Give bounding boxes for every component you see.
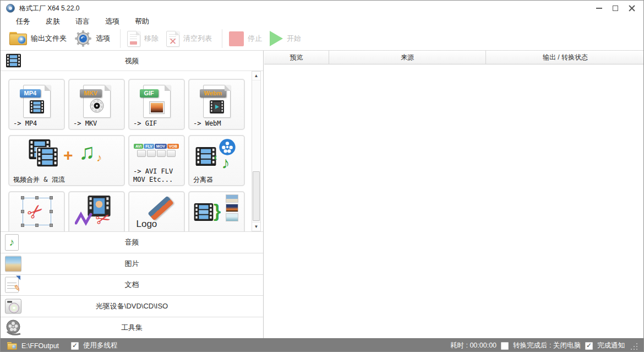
start-icon (270, 31, 283, 46)
output-path[interactable]: E:\FFOutput (21, 342, 59, 350)
mini-file-icon (147, 150, 156, 157)
window-title: 格式工厂 X64 5.22.0 (19, 4, 79, 13)
options-button[interactable]: 选项 (74, 30, 110, 47)
scroll-down-button[interactable]: ▼ (252, 222, 260, 231)
scroll-up-button[interactable]: ▲ (252, 72, 260, 80)
tile-logo-eraser[interactable]: Logo (128, 191, 185, 231)
category-list: ♪ 音频 图片 ✎ 文档 光驱设备\DVD\CD (1, 231, 263, 338)
scrollbar-thumb[interactable] (253, 171, 260, 221)
tile-label: -> WebM (193, 120, 221, 128)
split-arrow-icon: ‹ (214, 151, 217, 163)
output-folder-icon (9, 32, 27, 45)
tile-to-mp4[interactable]: MP4 -> MP4 (8, 79, 65, 130)
stop-button[interactable]: 停止 (229, 31, 262, 46)
photo-thumb-icon (226, 213, 238, 221)
music-note-icon: ♪ (222, 154, 230, 172)
task-list-panel: 预览 来源 输出 / 转换状态 (264, 51, 644, 338)
webm-tag: Webm (200, 89, 227, 98)
tile-video-merge-mux[interactable]: + ♫ ♪ 视频合并 & 混流 (8, 135, 125, 186)
music-note-icon: ♫ (79, 139, 95, 164)
elapsed-time: 耗时 : 00:00:00 (450, 341, 496, 350)
category-toolset[interactable]: 工具集 (1, 317, 263, 338)
menu-skin[interactable]: 皮肤 (40, 15, 66, 28)
app-logo-icon (6, 4, 15, 13)
tile-splitter[interactable]: ♪ ‹ 分离器 (188, 135, 245, 186)
start-button[interactable]: 开始 (270, 31, 301, 46)
close-button[interactable] (624, 2, 640, 14)
tile-video-to-picture[interactable]: { (188, 191, 245, 231)
title-bar: 格式工厂 X64 5.22.0 (1, 1, 643, 15)
tile-to-webm[interactable]: Webm -> WebM (188, 79, 245, 130)
column-output-status: 输出 / 转换状态 (486, 51, 644, 64)
tile-label: -> AVI FLV MOV Etc... (133, 167, 173, 184)
output-folder-button[interactable]: 输出文件夹 (9, 32, 67, 45)
format-factory-window: 格式工厂 X64 5.22.0 任务 皮肤 语言 选项 帮助 输出文件夹 (0, 0, 644, 352)
status-bar: E:\FFOutput 使用多线程 耗时 : 00:00:00 转换完成后 : … (1, 338, 643, 352)
video-to-picture-icon: { (189, 194, 244, 231)
category-audio[interactable]: ♪ 音频 (1, 231, 263, 253)
menu-task[interactable]: 任务 (10, 15, 36, 28)
merge-mux-icon: + ♫ ♪ (9, 139, 124, 172)
scissors-icon: ✂ (22, 198, 48, 225)
category-document[interactable]: ✎ 文档 (1, 274, 263, 296)
mov-tag: MOV (155, 144, 167, 149)
format-panel: 视频 MP4 -> MP4 (1, 51, 264, 338)
photo-thumb-icon (226, 204, 238, 212)
close-icon (629, 5, 635, 12)
gear-icon (74, 30, 92, 47)
column-source: 来源 (329, 51, 486, 64)
arrow-up-icon: ▲ (254, 73, 259, 78)
maximize-button[interactable] (607, 2, 624, 14)
menu-help[interactable]: 帮助 (129, 15, 155, 28)
remove-label: 移除 (144, 34, 159, 44)
mp4-tag: MP4 (20, 89, 41, 98)
music-note-small-icon: ♪ (96, 151, 102, 164)
tile-to-avi-flv-mov[interactable]: AVI FLV MOV VOB -> AVI FLV MOV Etc... (128, 135, 185, 186)
tile-label: 分离器 (193, 176, 213, 184)
mkv-file-icon: MKV (83, 85, 111, 118)
shutdown-label: 转换完成后 : 关闭电脑 (513, 341, 581, 350)
clear-list-button[interactable]: ✕ 清空列表 (166, 31, 212, 47)
output-path-folder-icon[interactable] (7, 342, 17, 350)
category-video[interactable]: 视频 (1, 51, 263, 71)
category-picture[interactable]: 图片 (1, 253, 263, 274)
quick-clip-icon: ✂ (69, 196, 124, 231)
tile-label: -> GIF (133, 120, 157, 128)
remove-button[interactable]: 移除 (127, 31, 159, 47)
toolbar-separator (120, 29, 121, 48)
vob-tag: VOB (167, 144, 179, 149)
clear-list-icon: ✕ (166, 31, 179, 47)
notify-checkbox[interactable] (585, 342, 593, 350)
category-optical-device[interactable]: 光驱设备\DVD\CD\ISO (1, 295, 263, 317)
menu-language[interactable]: 语言 (70, 15, 95, 28)
tile-quick-clip[interactable]: ✂ (68, 191, 125, 231)
tile-label: -> MP4 (13, 120, 37, 128)
mini-file-icon (157, 150, 166, 157)
menu-bar: 任务 皮肤 语言 选项 帮助 (1, 15, 643, 27)
task-list-header: 预览 来源 输出 / 转换状态 (264, 51, 644, 64)
tile-crop[interactable]: ✂ (8, 191, 65, 231)
tile-to-mkv[interactable]: MKV -> MKV (68, 79, 125, 130)
clear-list-label: 清空列表 (183, 34, 212, 44)
toolbar: 输出文件夹 选项 移除 ✕ 清空列表 (1, 27, 643, 51)
task-list-body[interactable] (264, 64, 644, 338)
brace-icon: { (214, 201, 221, 220)
tile-to-gif[interactable]: GIF -> GIF (128, 79, 185, 130)
resize-grip[interactable] (631, 343, 638, 349)
category-audio-label: 音频 (1, 237, 263, 247)
formats-scrollbar[interactable]: ▲ ▼ (252, 71, 261, 231)
shutdown-checkbox[interactable] (501, 342, 509, 350)
gif-tag: GIF (140, 89, 159, 98)
minimize-button[interactable] (591, 2, 607, 14)
sunset-photo-icon (150, 102, 164, 113)
multithread-checkbox[interactable] (71, 342, 79, 350)
remove-icon (127, 31, 140, 47)
mp4-file-icon: MP4 (23, 85, 51, 118)
tile-label: -> MKV (73, 120, 97, 128)
splitter-icon: ♪ ‹ (189, 138, 244, 175)
menu-options[interactable]: 选项 (100, 15, 125, 28)
category-optical-label: 光驱设备\DVD\CD\ISO (1, 301, 263, 311)
disc-icon (89, 98, 105, 113)
video-formats-grid: MP4 -> MP4 MKV (1, 71, 263, 231)
output-folder-label: 输出文件夹 (31, 34, 67, 44)
